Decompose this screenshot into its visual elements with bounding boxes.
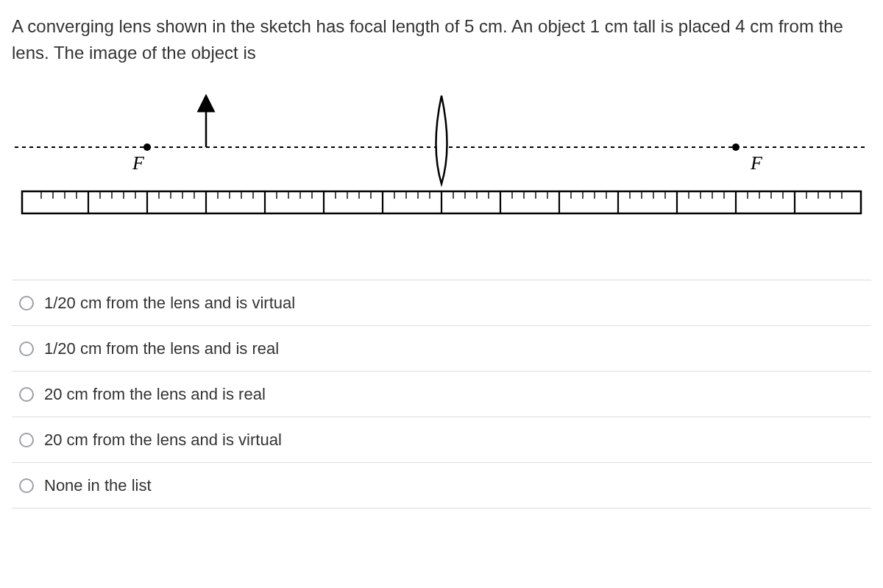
left-focus-label: F <box>132 152 145 174</box>
right-focus-label: F <box>750 152 763 174</box>
options-list: 1/20 cm from the lens and is virtual 1/2… <box>12 280 871 509</box>
lens-diagram: F F <box>15 88 868 235</box>
option-label: 20 cm from the lens and is virtual <box>44 428 282 452</box>
option-0[interactable]: 1/20 cm from the lens and is virtual <box>12 280 871 326</box>
radio-icon <box>19 296 34 311</box>
option-label: None in the list <box>44 473 152 497</box>
right-focus-point <box>732 144 740 151</box>
radio-icon <box>19 478 34 493</box>
option-1[interactable]: 1/20 cm from the lens and is real <box>12 326 871 372</box>
option-label: 1/20 cm from the lens and is virtual <box>44 291 295 315</box>
option-2[interactable]: 20 cm from the lens and is real <box>12 372 871 417</box>
diagram-svg: F F <box>15 88 868 235</box>
option-label: 1/20 cm from the lens and is real <box>44 336 279 361</box>
radio-icon <box>19 341 34 356</box>
radio-icon <box>19 387 34 402</box>
lens-icon <box>436 96 447 184</box>
left-focus-point <box>143 144 151 151</box>
option-label: 20 cm from the lens and is real <box>44 382 266 406</box>
option-4[interactable]: None in the list <box>12 463 871 509</box>
radio-icon <box>19 433 34 447</box>
option-3[interactable]: 20 cm from the lens and is virtual <box>12 417 871 463</box>
question-text: A converging lens shown in the sketch ha… <box>12 13 871 66</box>
